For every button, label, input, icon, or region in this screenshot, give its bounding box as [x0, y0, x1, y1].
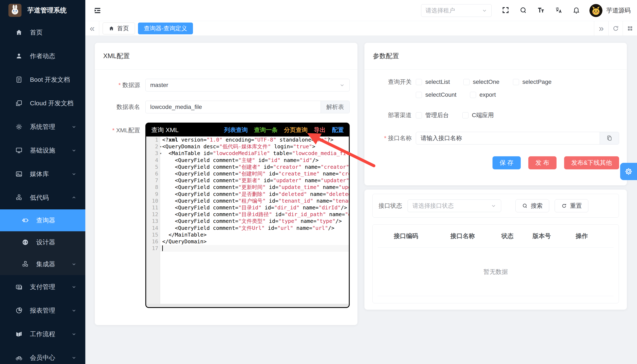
tenant-select[interactable]: 请选择租户	[421, 4, 492, 17]
code-line-8: 8 <QueryField comment="更新时间" id="update_…	[146, 184, 349, 191]
refresh-icon[interactable]	[608, 21, 623, 36]
table-name-row: 数据表名 lowcode_media_file 解析表	[95, 101, 358, 113]
code-line-9: 9 <QueryField comment="是否删除" id="deleted…	[146, 191, 349, 198]
parse-table-button[interactable]: 解析表	[320, 101, 350, 113]
checkbox-export[interactable]: export	[470, 92, 496, 98]
api-name-input[interactable]: 请输入接口名称	[416, 132, 600, 144]
reset-button[interactable]: 重置	[555, 199, 588, 212]
checkbox-C端应用[interactable]: C端应用	[462, 111, 494, 119]
code-line-1: 1<?xml version="1.0" encoding="UTF-8" st…	[146, 136, 349, 143]
sidebar-item-home[interactable]: 首页	[0, 21, 85, 44]
line-number: 17	[146, 245, 160, 252]
code-line-12: 12 <QueryField comment="目录id路径" id="dir_…	[146, 211, 349, 218]
code-line-11: 11 <QueryField comment="目录id" id="dir_id…	[146, 204, 349, 211]
api-table-header: 接口编码接口名称状态版本号操作	[378, 224, 614, 248]
sidebar-item-label: 工作流程	[30, 330, 70, 338]
datasource-select[interactable]: master	[145, 79, 350, 92]
sidebar-item-member-center[interactable]: 会员中心	[0, 346, 85, 364]
sidebar-item-cloud-docs[interactable]: Cloud 开发文档	[0, 92, 85, 115]
sidebar-item-query-builder[interactable]: 查询器	[0, 210, 85, 231]
fullscreen-icon[interactable]	[502, 6, 509, 14]
logo-row: 芋道管理系统	[0, 0, 85, 21]
code-line-2: 2▾<QueryDomain desc="低代码-媒体库文件" login="t…	[146, 143, 349, 150]
reset-icon	[561, 203, 567, 209]
datasource-value: master	[150, 82, 339, 88]
editor-action-列表查询[interactable]: 列表查询	[224, 126, 248, 134]
sidebar-item-label: 作者动态	[30, 52, 78, 60]
checkbox-selectList[interactable]: selectList	[416, 78, 450, 85]
xml-editor-title: 查询 XML	[151, 126, 179, 134]
code-line-16: 16</QueryDomain>	[146, 238, 349, 245]
api-status-select[interactable]: 请选择接口状态	[408, 200, 501, 212]
editor-action-查询一条[interactable]: 查询一条	[254, 126, 278, 134]
sidebar-item-author-news[interactable]: 作者动态	[0, 44, 85, 68]
sidebar-item-payment-mgmt[interactable]: 支付管理	[0, 275, 85, 299]
tabs-scroll-left-icon[interactable]: «	[85, 21, 99, 36]
editor-action-配置[interactable]: 配置	[332, 126, 344, 134]
checkbox-管理后台[interactable]: 管理后台	[416, 111, 449, 119]
line-number: 13	[146, 218, 160, 224]
bell-icon[interactable]	[572, 6, 580, 14]
sidebar-item-report-mgmt[interactable]: 报表管理	[0, 299, 85, 322]
sidebar-item-designer[interactable]: 设计器	[0, 231, 85, 253]
line-number: 10	[146, 198, 160, 204]
font-size-icon[interactable]	[537, 6, 545, 14]
sidebar-item-integrator[interactable]: 集成器	[0, 253, 85, 275]
sidebar-item-label: 查询器	[36, 216, 78, 225]
line-number: 8	[146, 184, 160, 191]
search-icon	[522, 203, 528, 209]
pie-icon	[15, 307, 23, 314]
xml-code-area[interactable]: 1<?xml version="1.0" encoding="UTF-8" st…	[146, 136, 349, 304]
tab-home-label: 首页	[117, 24, 129, 32]
search-button[interactable]: 搜索	[516, 199, 549, 212]
datasource-label: 数据源	[95, 81, 140, 89]
checkbox-selectPage[interactable]: selectPage	[513, 78, 552, 85]
query-switch-label: 查询开关	[364, 78, 412, 86]
sidebar-item-infrastructure[interactable]: 基础设施	[0, 138, 85, 162]
collapse-menu-icon[interactable]	[93, 6, 102, 15]
xml-editor: 查询 XML 列表查询查询一条分页查询导出配置 1<?xml version="…	[145, 122, 350, 308]
tab-home[interactable]: 首页	[102, 22, 135, 34]
code-line-14: 14 <QueryField comment="文件Url" id="url" …	[146, 225, 349, 232]
reset-button-label: 重置	[570, 202, 582, 210]
checkbox-selectCount[interactable]: selectCount	[416, 92, 456, 98]
sidebar-item-label: 媒体库	[30, 170, 70, 178]
settings-fab[interactable]	[620, 163, 637, 180]
api-name-label: 接口名称	[364, 134, 412, 142]
table-name-input[interactable]: lowcode_media_file	[146, 101, 320, 113]
line-number: 1	[146, 136, 160, 143]
sidebar-item-lowcode[interactable]: 低代码	[0, 186, 85, 210]
chevron-down-icon	[70, 171, 78, 177]
editor-action-导出[interactable]: 导出	[314, 126, 326, 134]
tabs-scroll-right-icon[interactable]: »	[594, 21, 608, 36]
chevron-down-icon	[70, 124, 78, 130]
username[interactable]: 芋道源码	[606, 6, 631, 15]
sidebar-item-label: Cloud 开发文档	[30, 99, 78, 108]
code-line-5: 5 <QueryField comment="创建者" id="creator"…	[146, 164, 349, 170]
translate-icon[interactable]	[555, 6, 562, 14]
api-table: 接口编码接口名称状态版本号操作 暂无数据	[372, 224, 619, 303]
table-header-接口编码: 接口编码	[378, 232, 434, 240]
checkbox-box	[416, 92, 422, 98]
diamond-code-icon	[21, 217, 30, 224]
copy-icon[interactable]	[600, 132, 619, 144]
sidebar-item-workflow[interactable]: 工作流程	[0, 322, 85, 346]
sidebar-item-media-library[interactable]: 媒体库	[0, 162, 85, 186]
publish-button[interactable]: 发 布	[528, 156, 556, 169]
image-icon	[15, 170, 23, 178]
sidebar-item-system-mgmt[interactable]: 系统管理	[0, 115, 85, 138]
sidebar-item-boot-docs[interactable]: Boot 开发文档	[0, 68, 85, 92]
checkbox-selectOne[interactable]: selectOne	[464, 78, 500, 85]
line-number: 14	[146, 225, 160, 232]
layout-grid-icon[interactable]	[623, 21, 637, 36]
search-icon[interactable]	[520, 6, 527, 14]
tabbar: « 首页 查询器-查询定义 »	[85, 21, 637, 36]
editor-action-分页查询[interactable]: 分页查询	[284, 126, 308, 134]
publish-offline-button[interactable]: 发布&下线其他	[564, 156, 619, 169]
sidebar-submenu-lowcode: 查询器设计器集成器	[0, 210, 85, 275]
save-button[interactable]: 保 存	[492, 156, 521, 169]
api-status-placeholder: 请选择接口状态	[412, 202, 491, 210]
params-config-card: 参数配置 查询开关 selectListselectOneselectPage …	[364, 43, 627, 185]
tab-query-definition[interactable]: 查询器-查询定义	[138, 22, 193, 34]
avatar[interactable]	[590, 4, 602, 17]
